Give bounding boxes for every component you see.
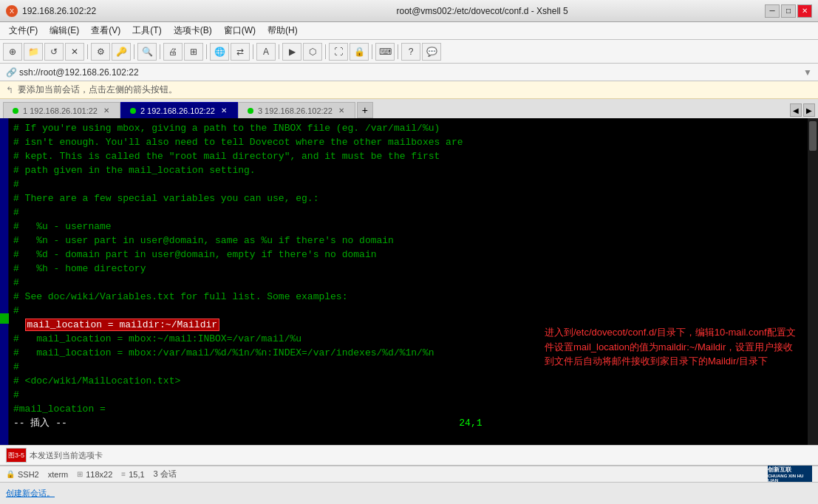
terminal-line-10: # %d - domain part in user@domain, empty… bbox=[13, 248, 803, 262]
status-sessions: 3 会话 bbox=[154, 469, 177, 480]
status-lock: 🔒 SSH2 bbox=[6, 470, 39, 479]
bottom-toolbar: 图3-5 本发送到当前选项卡 bbox=[0, 445, 818, 466]
tab-label-1: 1 192.168.26.101:22 bbox=[23, 106, 98, 115]
addressbar: 🔗 ssh://root@192.168.26.102:22 ▼ bbox=[0, 64, 818, 81]
titlebar-title: root@vms002:/etc/dovecot/conf.d - Xshell… bbox=[397, 6, 766, 16]
toolbar-settings[interactable]: ⚙ bbox=[91, 43, 110, 61]
addressbar-icon: 🔗 bbox=[6, 67, 16, 78]
notif-arrow-icon: ↰ bbox=[6, 85, 13, 95]
status-line: ≡ 15,1 bbox=[121, 470, 144, 479]
toolbar-layout[interactable]: ⊞ bbox=[184, 43, 203, 61]
lock-icon: 🔒 bbox=[6, 470, 15, 478]
line-icon: ≡ bbox=[121, 470, 126, 478]
status-term: xterm bbox=[48, 470, 69, 479]
menu-view[interactable]: 查看(V) bbox=[85, 23, 126, 38]
close-button[interactable]: ✕ bbox=[797, 4, 812, 18]
bottom-toolbar-text: 本发送到当前选项卡 bbox=[30, 450, 103, 461]
brand-name: 创新互联 bbox=[768, 466, 812, 474]
toolbar-fullscreen[interactable]: ⛶ bbox=[329, 43, 348, 61]
terminal-line-20: # bbox=[13, 388, 803, 402]
tab-dot-1 bbox=[13, 108, 18, 114]
toolbar-sep1 bbox=[87, 44, 88, 59]
tab-nav-left[interactable]: ◀ bbox=[790, 103, 802, 117]
terminal-line-9: # %n - user part in user@domain, same as… bbox=[13, 234, 803, 248]
tab-nav-right[interactable]: ▶ bbox=[803, 103, 815, 117]
highlighted-command: mail_location = maildir:~/Maildir bbox=[25, 319, 219, 331]
terminal-line-1: # If you're using mbox, giving a path to… bbox=[13, 121, 803, 135]
terminal-line-14: # bbox=[13, 304, 803, 318]
app-icon: X bbox=[6, 5, 18, 17]
toolbar-sep9 bbox=[398, 44, 398, 59]
toolbar-print[interactable]: 🖨 bbox=[163, 43, 183, 61]
tab-3[interactable]: 3 192.168.26.102:22 ✕ bbox=[238, 102, 355, 118]
status-terminal: xterm bbox=[48, 470, 69, 479]
toolbar-sep2 bbox=[134, 44, 134, 59]
terminal-line-6: # There are a few special variables you … bbox=[13, 191, 803, 205]
red-annotation: 进入到/etc/dovecot/conf.d/目录下，编辑10-mail.con… bbox=[545, 325, 796, 369]
status-dimensions: 118x22 bbox=[86, 470, 112, 479]
tab-close-2[interactable]: ✕ bbox=[219, 106, 228, 115]
minimize-button[interactable]: ─ bbox=[765, 4, 780, 18]
terminal-line-13: # See doc/wiki/Variables.txt for full li… bbox=[13, 290, 803, 304]
toolbar-globe[interactable]: 🌐 bbox=[210, 43, 229, 61]
menu-file[interactable]: 文件(F) bbox=[3, 23, 44, 38]
terminal-line-2: # isn't enough. You'll also need to tell… bbox=[13, 135, 803, 149]
tab-close-3[interactable]: ✕ bbox=[337, 106, 346, 115]
toolbar-lock[interactable]: 🔒 bbox=[350, 43, 369, 61]
terminal-insert-line: -- 插入 -- 24,1 bbox=[13, 416, 803, 430]
bottombar: 创建新会话。 bbox=[0, 482, 818, 504]
gutter-mark bbox=[0, 313, 9, 324]
toolbar-script[interactable]: ▶ bbox=[282, 43, 301, 61]
maximize-button[interactable]: □ bbox=[781, 4, 796, 18]
addressbar-dropdown[interactable]: ▼ bbox=[803, 67, 812, 78]
terminal-line-12: # bbox=[13, 276, 803, 290]
annotation-text: 进入到/etc/dovecot/conf.d/目录下，编辑10-mail.con… bbox=[545, 327, 796, 367]
terminal-line-5: # bbox=[13, 177, 803, 191]
toolbar-sep6 bbox=[279, 44, 279, 59]
menu-tabs[interactable]: 选项卡(B) bbox=[168, 23, 218, 38]
toolbar-help[interactable]: ? bbox=[401, 43, 420, 61]
toolbar-chat[interactable]: 💬 bbox=[422, 43, 441, 61]
tabbar: 1 192.168.26.101:22 ✕ 2 192.168.26.102:2… bbox=[0, 99, 818, 118]
tab-close-1[interactable]: ✕ bbox=[102, 106, 111, 115]
terminal-line-11: # %h - home directory bbox=[13, 262, 803, 276]
menu-window[interactable]: 窗口(W) bbox=[218, 23, 262, 38]
new-session-link[interactable]: 创建新会话。 bbox=[6, 488, 55, 499]
toolbar-search[interactable]: 🔍 bbox=[137, 43, 157, 61]
toolbar-sep8 bbox=[372, 44, 372, 59]
notifbar: ↰ 要添加当前会话，点击左侧的箭头按钮。 bbox=[0, 81, 818, 99]
size-icon: ⊞ bbox=[77, 470, 83, 478]
tab-label-3: 3 192.168.26.102:22 bbox=[258, 106, 333, 115]
toolbar-transfer[interactable]: ⇄ bbox=[231, 43, 250, 61]
toolbar-disconnect[interactable]: ✕ bbox=[65, 43, 84, 61]
menu-edit[interactable]: 编辑(E) bbox=[44, 23, 85, 38]
bottom-icon-label: 图3-5 bbox=[8, 451, 24, 460]
toolbar: ⊕ 📁 ↺ ✕ ⚙ 🔑 🔍 🖨 ⊞ 🌐 ⇄ A ▶ ⬡ ⛶ 🔒 ⌨ ? 💬 bbox=[0, 40, 818, 64]
toolbar-reconnect[interactable]: ↺ bbox=[44, 43, 64, 61]
terminal-line-3: # kept. This is called the "root mail di… bbox=[13, 149, 803, 163]
tab-nav: ◀ ▶ bbox=[790, 103, 815, 117]
menu-tools[interactable]: 工具(T) bbox=[126, 23, 167, 38]
toolbar-new[interactable]: ⊕ bbox=[3, 43, 22, 61]
notif-text: 要添加当前会话，点击左侧的箭头按钮。 bbox=[18, 84, 177, 96]
toolbar-open[interactable]: 📁 bbox=[24, 43, 43, 61]
window-controls: ─ □ ✕ bbox=[765, 4, 812, 18]
tab-1[interactable]: 1 192.168.26.101:22 ✕ bbox=[3, 102, 120, 118]
scrollbar-thumb[interactable] bbox=[809, 121, 817, 151]
tab-add-button[interactable]: + bbox=[357, 102, 373, 118]
menubar: 文件(F) 编辑(E) 查看(V) 工具(T) 选项卡(B) 窗口(W) 帮助(… bbox=[0, 22, 818, 40]
menu-help[interactable]: 帮助(H) bbox=[262, 23, 304, 38]
toolbar-font[interactable]: A bbox=[256, 43, 276, 61]
tab-dot-2 bbox=[130, 108, 136, 114]
position-text: 24,1 bbox=[459, 418, 482, 429]
toolbar-macro[interactable]: ⬡ bbox=[303, 43, 322, 61]
toolbar-keys[interactable]: 🔑 bbox=[112, 43, 131, 61]
toolbar-sep7 bbox=[325, 44, 326, 59]
terminal-line-7: # bbox=[13, 205, 803, 219]
tab-2[interactable]: 2 192.168.26.102:22 ✕ bbox=[120, 102, 238, 118]
toolbar-sep4 bbox=[206, 44, 207, 59]
toolbar-keyboard[interactable]: ⌨ bbox=[375, 43, 395, 61]
titlebar: X 192.168.26.102:22 root@vms002:/etc/dov… bbox=[0, 0, 818, 22]
statusbar: 🔒 SSH2 xterm ⊞ 118x22 ≡ 15,1 3 会话 创新互联 C… bbox=[0, 466, 818, 482]
toolbar-sep5 bbox=[253, 44, 253, 59]
